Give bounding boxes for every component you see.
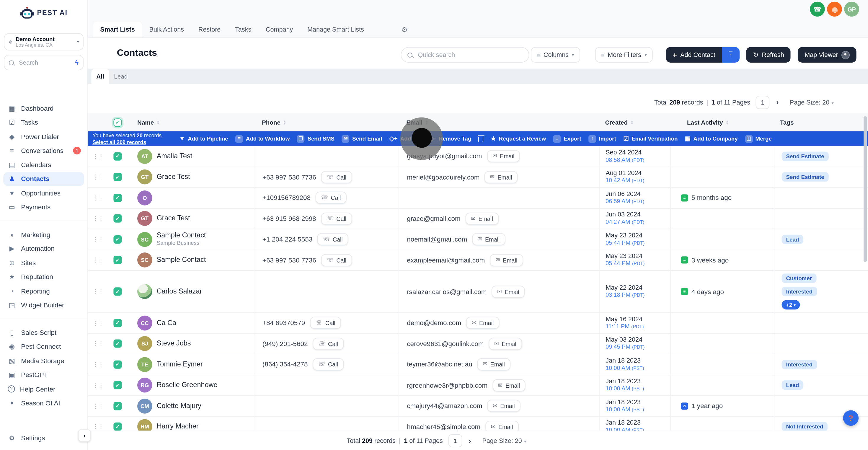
row-drag-handle[interactable]: ⋮⋮ (88, 250, 108, 270)
row-checkbox[interactable]: ✓ (108, 354, 128, 374)
app-tab[interactable]: Smart Lists (93, 22, 142, 37)
email-button[interactable]: ✉ Email (492, 286, 525, 298)
sidebar-search[interactable]: ϟ (4, 55, 84, 70)
row-drag-handle[interactable]: ⋮⋮ (88, 146, 108, 166)
sort-icon[interactable]: ▴▾ (157, 120, 159, 125)
sidebar-item[interactable]: ▭ Payments (3, 200, 84, 214)
row-checkbox[interactable]: ✓ (108, 250, 128, 270)
row-drag-handle[interactable]: ⋮⋮ (88, 167, 108, 187)
email-button[interactable]: ✉ Email (489, 337, 522, 350)
row-checkbox[interactable]: ✓ (108, 146, 128, 166)
email-button[interactable]: ✉ Email (487, 150, 520, 162)
notifications-bell-icon[interactable] (827, 2, 842, 17)
bulk-action-button[interactable]: ✉ Send Email (342, 135, 382, 143)
row-checkbox[interactable]: ✓ (108, 396, 128, 416)
phone-icon[interactable]: ☎ (810, 2, 825, 17)
call-button[interactable]: ☏ Call (317, 233, 348, 245)
sidebar-item[interactable]: ▤ Calendars (3, 158, 84, 172)
sidebar-item-settings[interactable]: ⚙ Settings (3, 431, 49, 445)
email-button[interactable]: ✉ Email (487, 400, 520, 412)
page-size-dropdown[interactable]: Page Size: 20▾ (482, 437, 526, 444)
view-tab[interactable]: All (91, 69, 109, 85)
row-drag-handle[interactable]: ⋮⋮ (88, 313, 108, 333)
created-time[interactable]: 10:00 AM (PST) (606, 426, 644, 431)
app-tab[interactable]: Tasks (228, 22, 259, 37)
sidebar-item[interactable]: ⊕ Sites (3, 256, 84, 270)
email-button[interactable]: ✉ Email (466, 317, 499, 329)
email-button[interactable]: ✉ Email (485, 421, 519, 431)
email-button[interactable]: ✉ Email (477, 358, 510, 370)
row-drag-handle[interactable]: ⋮⋮ (88, 375, 108, 395)
email-button[interactable]: ✉ Email (466, 213, 499, 225)
sidebar-item[interactable]: ◳ Widget Builder (3, 298, 84, 312)
sidebar-item[interactable]: ☑ Tasks (3, 116, 84, 130)
column-header[interactable]: Phone ▴▾ (255, 119, 399, 126)
app-tab[interactable]: Manage Smart Lists (300, 22, 371, 37)
row-drag-handle[interactable]: ⋮⋮ (88, 354, 108, 374)
created-time[interactable]: 08:58 AM (PDT) (606, 156, 644, 163)
bulk-action-button[interactable]: ▼ Add to Pipeline (179, 136, 228, 142)
sidebar-item[interactable]: ▣ PestGPT (3, 368, 84, 382)
columns-dropdown[interactable]: ≡ Columns ▾ (531, 47, 580, 63)
next-page-button[interactable]: › (775, 98, 780, 106)
sidebar-item[interactable]: ? Help Center (3, 382, 84, 396)
sidebar-collapse-button[interactable]: ‹ (78, 429, 91, 442)
column-header[interactable]: Created ▴▾ (599, 119, 671, 126)
help-button[interactable]: ? (843, 410, 859, 426)
call-button[interactable]: ☏ Call (313, 337, 343, 350)
row-drag-handle[interactable]: ⋮⋮ (88, 208, 108, 229)
created-time[interactable]: 10:00 AM (PST) (606, 385, 644, 393)
row-checkbox[interactable]: ✓ (108, 313, 128, 333)
sort-icon[interactable]: ▴▾ (726, 120, 728, 125)
page-size-dropdown[interactable]: Page Size: 20▾ (790, 99, 834, 106)
row-checkbox[interactable]: ✓ (108, 271, 128, 312)
select-all-link[interactable]: Select all 209 records (92, 139, 163, 145)
refresh-button[interactable]: ↻ Refresh (746, 47, 791, 63)
created-time[interactable]: 05:44 PM (PDT) (606, 260, 645, 268)
sidebar-item[interactable]: ◖ Marketing (3, 228, 84, 242)
email-button[interactable]: ✉ Email (490, 254, 523, 266)
column-header[interactable]: Tags (774, 119, 868, 126)
created-time[interactable]: 10:42 AM (PDT) (606, 177, 644, 184)
sort-icon[interactable]: ▴▾ (631, 120, 633, 125)
page-number-box[interactable]: 1 (756, 95, 770, 109)
import-upload-button[interactable]: ↑ (722, 47, 740, 63)
sidebar-item[interactable]: ◉ Pest Connect (3, 339, 84, 354)
quick-search[interactable] (401, 47, 529, 63)
row-drag-handle[interactable]: ⋮⋮ (88, 334, 108, 354)
add-contact-button[interactable]: + Add Contact (666, 47, 722, 63)
row-checkbox[interactable]: ✓ (108, 188, 128, 208)
quick-search-input[interactable] (417, 51, 523, 59)
bulk-action-button[interactable]: ◫ Merge (745, 135, 772, 143)
bulk-action-button[interactable]: ❏ Send SMS (297, 135, 335, 143)
row-checkbox[interactable]: ✓ (108, 229, 128, 249)
sidebar-item[interactable]: ✦ Season Of AI (3, 396, 84, 411)
more-filters-dropdown[interactable]: ≡ More Filters ▾ (595, 47, 653, 63)
created-time[interactable]: 06:59 AM (PDT) (606, 198, 644, 205)
sidebar-item[interactable]: ▦ Dashboard (3, 101, 84, 116)
sidebar-item[interactable]: ≡ Conversations 1 (3, 144, 84, 158)
call-button[interactable]: ☏ Call (321, 171, 352, 183)
bulk-action-button[interactable]: ↑ Import (588, 135, 616, 143)
row-drag-handle[interactable]: ⋮⋮ (88, 229, 108, 249)
row-checkbox[interactable]: ✓ (108, 167, 128, 187)
call-button[interactable]: ☏ Call (321, 213, 352, 225)
call-button[interactable]: ☏ Call (313, 358, 343, 370)
column-header[interactable]: Name ▴▾ (127, 119, 254, 126)
row-drag-handle[interactable]: ⋮⋮ (88, 188, 108, 208)
page-number-box[interactable]: 1 (448, 434, 462, 447)
bulk-action-button[interactable]: ◇+ Add Tag (390, 136, 422, 142)
created-time[interactable]: 05:44 PM (PDT) (606, 239, 645, 247)
column-header[interactable]: Email ▴▾ (399, 119, 599, 126)
select-all-checkbox[interactable]: ✓ (108, 113, 128, 131)
sidebar-item[interactable]: ▧ Media Storage (3, 354, 84, 368)
email-button[interactable]: ✉ Email (472, 233, 505, 245)
call-button[interactable]: ☏ Call (316, 192, 346, 204)
sidebar-item[interactable]: ▯ Sales Script (3, 326, 84, 340)
sidebar-item[interactable]: ★ Reputation (3, 270, 84, 284)
email-button[interactable]: ✉ Email (485, 171, 518, 183)
call-button[interactable]: ☏ Call (321, 254, 352, 266)
bulk-action-button[interactable]: ≡ Add to Workflow (235, 135, 290, 143)
bulk-action-button[interactable] (478, 135, 483, 142)
created-time[interactable]: 09:45 PM (PDT) (606, 343, 645, 351)
